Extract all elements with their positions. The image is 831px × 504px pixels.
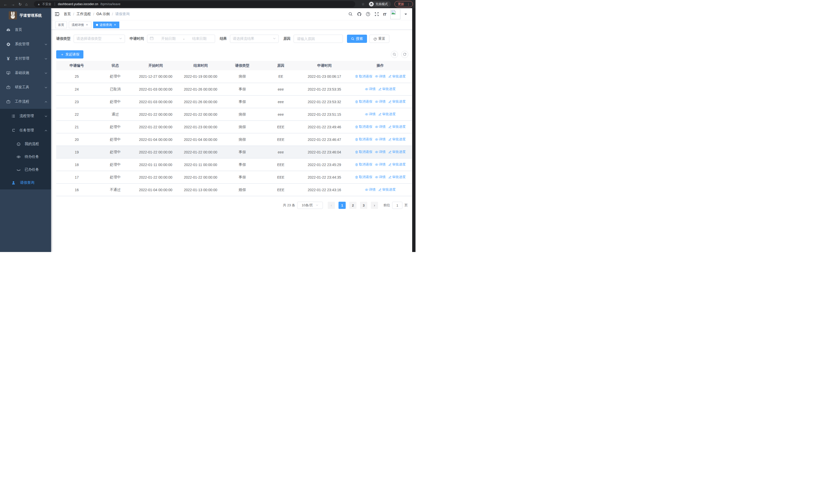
cancel-leave-action-link[interactable]: 取消请假	[355, 74, 372, 79]
approval-progress-action-link[interactable]: 审批进度	[378, 87, 396, 91]
cancel-leave-action-link[interactable]: 取消请假	[355, 124, 372, 129]
forward-icon[interactable]: →	[11, 2, 15, 6]
breadcrumb-oa-example[interactable]: OA 示例	[96, 12, 110, 17]
logo-image	[9, 11, 17, 20]
leave-type-select[interactable]: 请选择请假类型	[74, 35, 125, 43]
page-button-2[interactable]: 2	[349, 202, 356, 209]
result-select[interactable]: 请选择流结果	[230, 35, 279, 43]
font-size-icon[interactable]: tT	[383, 12, 386, 17]
sidebar-item-home[interactable]: 首页	[0, 23, 51, 37]
browser-menu-update-button[interactable]: 更新 ⋮	[395, 1, 413, 7]
search-icon[interactable]	[348, 12, 353, 17]
leave-type-label: 请假类型	[56, 36, 70, 41]
tab-leave-query[interactable]: 请假查询 ✕	[93, 22, 119, 28]
sidebar-item-task-mgmt[interactable]: 任务管理	[0, 123, 51, 138]
gear-icon	[5, 41, 11, 47]
detail-action-link[interactable]: 详情	[365, 187, 376, 192]
cell-status: 处理中	[97, 133, 133, 146]
help-icon[interactable]	[366, 12, 370, 17]
detail-action-link[interactable]: 详情	[375, 74, 386, 79]
page-button-1[interactable]: 1	[339, 202, 346, 209]
detail-action-link[interactable]: 详情	[375, 150, 386, 154]
sidebar-item-workflow[interactable]: 工作流程	[0, 94, 51, 109]
cell-status: 处理中	[97, 158, 133, 171]
next-page-button[interactable]: ›	[371, 202, 378, 209]
sidebar-item-system[interactable]: 系统管理	[0, 37, 51, 51]
cell-status: 不通过	[97, 183, 133, 196]
apply-time-range-picker[interactable]: 开始日期 - 结束日期	[147, 35, 215, 43]
fullscreen-icon[interactable]	[374, 12, 379, 17]
table-row: 19处理中2022-01-22 00:00:002022-01-22 00:00…	[56, 146, 412, 158]
address-bar[interactable]: ▲ 不安全 dashboard.yudao.iocoder.cn/bpm/oa/…	[34, 1, 355, 7]
show-search-button[interactable]	[391, 51, 398, 58]
approval-progress-action-link[interactable]: 审批进度	[388, 99, 406, 104]
sidebar-item-label: 请假查询	[20, 180, 48, 185]
cancel-leave-action-link[interactable]: 取消请假	[355, 150, 372, 154]
breadcrumb-home[interactable]: 首页	[64, 12, 71, 17]
cancel-leave-action-link[interactable]: 取消请假	[355, 162, 372, 167]
prev-page-button[interactable]: ‹	[328, 202, 335, 209]
reset-button[interactable]: 重置	[369, 35, 389, 43]
detail-action-link[interactable]: 详情	[375, 99, 386, 104]
cell-reason: eee	[261, 108, 300, 121]
approval-progress-action-link[interactable]: 审批进度	[388, 150, 406, 154]
sidebar-item-devtools[interactable]: 研发工具	[0, 80, 51, 94]
cancel-leave-action-link[interactable]: 取消请假	[355, 137, 372, 142]
reload-icon[interactable]: ↻	[19, 2, 22, 6]
detail-action-link[interactable]: 详情	[365, 87, 376, 91]
approval-progress-action-link[interactable]: 审批进度	[388, 162, 406, 167]
search-button[interactable]: 搜索	[347, 35, 367, 43]
cell-leave-type: 病假	[223, 133, 261, 146]
tab-process-detail[interactable]: 流程详情 ✕	[69, 22, 91, 28]
infrastructure-icon	[5, 70, 11, 76]
home-icon[interactable]: ⌂	[25, 2, 28, 6]
approval-progress-action-link[interactable]: 审批进度	[388, 175, 406, 179]
cell-actions: 取消请假详情审批进度	[349, 70, 412, 83]
cancel-leave-action-link[interactable]: 取消请假	[355, 175, 372, 179]
reason-input[interactable]	[294, 35, 343, 43]
avatar[interactable]	[390, 9, 400, 19]
cell-reason: EEE	[261, 183, 300, 196]
approval-progress-action-link[interactable]: 审批进度	[378, 187, 396, 192]
sidebar-item-label: 研发工具	[15, 85, 45, 90]
goto-page-input[interactable]	[392, 202, 402, 209]
reason-label: 原因	[283, 36, 290, 41]
sidebar-item-done-tasks[interactable]: 已办任务	[0, 163, 51, 176]
approval-progress-action-link[interactable]: 审批进度	[378, 112, 396, 117]
col-status: 状态	[97, 61, 133, 70]
cell-start-time: 2022-01-11 00:00:00	[133, 158, 178, 171]
sidebar-item-leave-query[interactable]: 请假查询	[0, 176, 51, 189]
create-leave-button[interactable]: ＋ 发起请假	[56, 50, 83, 59]
sidebar-item-todo-tasks[interactable]: 待办任务	[0, 150, 51, 163]
back-icon[interactable]: ←	[4, 2, 7, 6]
sidebar-item-payment[interactable]: ¥ 支付管理	[0, 51, 51, 66]
github-icon[interactable]	[357, 12, 362, 17]
sidebar-item-my-process[interactable]: 我的流程	[0, 138, 51, 150]
detail-action-link[interactable]: 详情	[365, 112, 376, 117]
close-icon[interactable]: ✕	[113, 23, 116, 26]
cell-start-time: 2022-01-22 00:00:00	[133, 108, 178, 121]
bookmark-star-icon[interactable]: ☆	[361, 2, 365, 6]
close-icon[interactable]: ✕	[85, 23, 89, 26]
approval-progress-action-link[interactable]: 审批进度	[388, 124, 406, 129]
page-button-3[interactable]: 3	[360, 202, 367, 209]
approval-progress-action-link[interactable]: 审批进度	[388, 74, 406, 79]
sidebar-item-infrastructure[interactable]: 基础设施	[0, 66, 51, 80]
tab-home[interactable]: 首页	[55, 22, 67, 28]
cell-start-time: 2022-01-22 00:00:00	[133, 146, 178, 158]
sidebar-item-process-mgmt[interactable]: 流程管理	[0, 109, 51, 123]
approval-progress-action-link[interactable]: 审批进度	[388, 137, 406, 142]
detail-action-link[interactable]: 详情	[375, 124, 386, 129]
breadcrumb-workflow[interactable]: 工作流程	[77, 12, 91, 17]
avatar-dropdown-caret[interactable]	[404, 13, 407, 16]
detail-action-link[interactable]: 详情	[375, 162, 386, 167]
page-size-select[interactable]: 10条/页	[297, 202, 323, 209]
sidebar-collapse-icon[interactable]	[54, 11, 60, 17]
cell-end-time: 2022-01-22 00:00:00	[178, 171, 223, 183]
detail-action-link[interactable]: 详情	[375, 175, 386, 179]
refresh-button[interactable]	[401, 51, 408, 58]
window-scrollbar[interactable]	[412, 8, 416, 252]
detail-action-link[interactable]: 详情	[375, 137, 386, 142]
cancel-leave-action-link[interactable]: 取消请假	[355, 99, 372, 104]
yen-icon: ¥	[5, 55, 11, 62]
